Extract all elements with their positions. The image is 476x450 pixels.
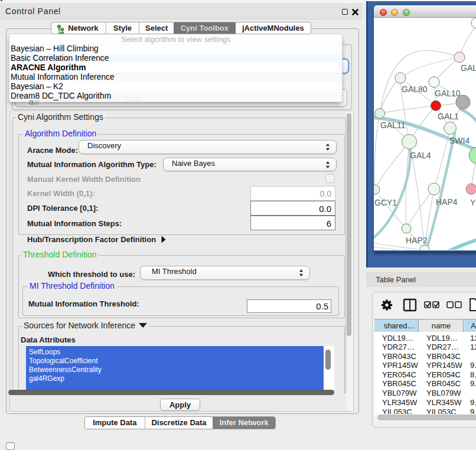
svg-text:Y: Y bbox=[470, 198, 476, 207]
svg-text:GAL1: GAL1 bbox=[438, 112, 459, 121]
svg-text:GAL10: GAL10 bbox=[435, 89, 461, 98]
svg-text:SWI4: SWI4 bbox=[449, 136, 470, 145]
svg-text:GAL4: GAL4 bbox=[410, 151, 431, 160]
svg-text:HAP4: HAP4 bbox=[436, 197, 458, 207]
svg-text:HAP2: HAP2 bbox=[406, 236, 428, 245]
svg-text:GAL80: GAL80 bbox=[402, 84, 428, 94]
svg-text:GAL7: GAL7 bbox=[461, 63, 476, 73]
svg-text:GAL11: GAL11 bbox=[380, 120, 406, 130]
svg-text:GCY1: GCY1 bbox=[374, 198, 397, 207]
